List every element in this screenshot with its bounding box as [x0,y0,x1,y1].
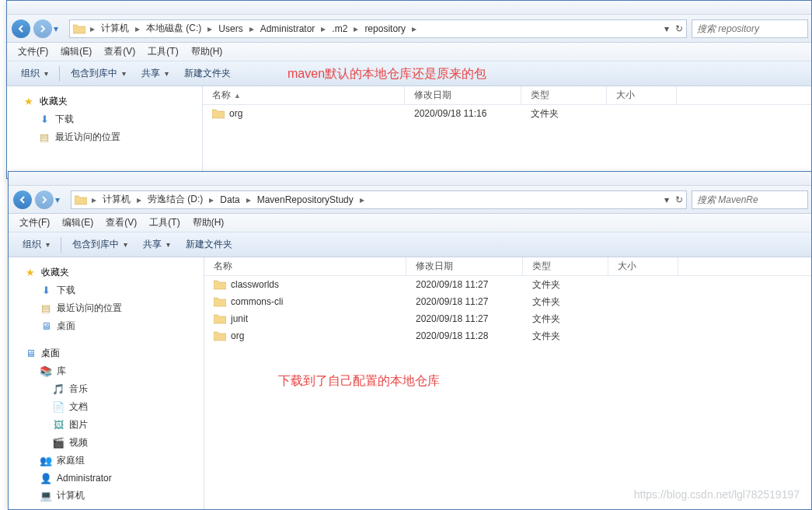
new-folder-button[interactable]: 新建文件夹 [178,235,240,254]
column-name[interactable]: 名称▲ [203,86,405,104]
address-bar[interactable]: ▸ 计算机 ▸ 本地磁盘 (C:) ▸ Users ▸ Administrato… [69,19,687,38]
column-size[interactable]: 大小 [607,86,677,104]
organize-button[interactable]: 组织▾ [15,235,58,254]
file-date: 2020/09/18 11:28 [406,329,523,343]
crumb-users[interactable]: Users [214,23,247,34]
search-box[interactable] [692,190,808,209]
sidebar-item-music[interactable]: 🎵 音乐 [9,380,204,398]
menu-help[interactable]: 帮助(H) [185,44,229,60]
chevron-right-icon: ▸ [410,23,418,34]
menu-edit[interactable]: 编辑(E) [54,44,98,60]
sidebar-item-user[interactable]: 👤 Administrator [9,470,204,487]
sidebar-item-recent[interactable]: ▤ 最近访问的位置 [9,299,204,317]
forward-button[interactable] [35,190,54,209]
file-row[interactable]: classworlds 2020/09/18 11:27 文件夹 [204,276,811,293]
file-size [608,334,678,337]
search-box[interactable] [692,19,808,38]
crumb-disk-d[interactable]: 劳逸结合 (D:) [143,193,207,206]
share-button[interactable]: 共享▾ [135,235,178,254]
column-name[interactable]: 名称 [204,257,406,275]
chevron-right-icon: ▸ [206,23,214,34]
dropdown-icon[interactable]: ▾ [664,23,669,34]
dropdown-icon[interactable]: ▾ [664,194,669,205]
crumb-computer[interactable]: 计算机 [96,22,134,35]
organize-button[interactable]: 组织▾ [13,64,56,83]
new-folder-button[interactable]: 新建文件夹 [176,64,239,83]
share-button[interactable]: 共享▾ [134,64,176,83]
sidebar-item-label: 视频 [69,436,88,449]
content: ★ 收藏夹 ⬇ 下载 ▤ 最近访问的位置 名称▲ 修改日期 类型 大小 [7,86,811,178]
video-icon: 🎬 [52,437,64,449]
file-list-header: 名称▲ 修改日期 类型 大小 [203,86,811,105]
sidebar-item-library[interactable]: 📚 库 [9,362,204,380]
sidebar-item-desktop[interactable]: 🖥 桌面 [9,317,204,335]
sidebar-item-downloads[interactable]: ⬇ 下载 [9,281,204,299]
folder-icon [75,194,87,206]
sidebar-item-label: 文档 [69,400,88,414]
history-dropdown[interactable]: ▾ [55,194,66,205]
search-input[interactable] [697,194,803,205]
column-type[interactable]: 类型 [523,257,608,275]
column-type[interactable]: 类型 [521,86,607,104]
sidebar-item-label: 下载 [57,284,75,297]
favorites-header[interactable]: ★ 收藏夹 [7,93,202,110]
folder-icon [214,296,226,307]
back-button[interactable] [12,19,30,38]
crumb-computer[interactable]: 计算机 [98,193,135,206]
column-date[interactable]: 修改日期 [405,86,521,104]
sidebar-item-videos[interactable]: 🎬 视频 [9,434,204,452]
sidebar-item-homegroup[interactable]: 👥 家庭组 [9,452,204,470]
crumb-admin[interactable]: Administrator [256,23,320,34]
star-icon: ★ [24,267,37,279]
file-row[interactable]: org 2020/09/18 11:16 文件夹 [203,105,811,122]
include-library-button[interactable]: 包含到库中▾ [63,64,134,83]
menu-tools[interactable]: 工具(T) [143,215,186,231]
refresh-icon[interactable]: ↻ [675,23,683,34]
column-date[interactable]: 修改日期 [406,257,523,275]
back-button[interactable] [13,190,32,209]
menu-file[interactable]: 文件(F) [13,215,56,231]
include-library-button[interactable]: 包含到库中▾ [64,235,135,254]
file-date: 2020/09/18 11:16 [405,107,521,121]
menu-view[interactable]: 查看(V) [98,44,141,60]
menu-tools[interactable]: 工具(T) [141,44,184,60]
refresh-icon[interactable]: ↻ [675,194,683,205]
file-row[interactable]: junit 2020/09/18 11:27 文件夹 [204,310,811,327]
search-input[interactable] [697,23,803,34]
toolbar: 组织▾ 包含到库中▾ 共享▾ 新建文件夹 [7,61,811,86]
column-size[interactable]: 大小 [608,257,678,275]
sidebar-item-documents[interactable]: 📄 文档 [9,398,204,416]
folder-icon [214,330,226,341]
menu-edit[interactable]: 编辑(E) [56,215,99,231]
menu-help[interactable]: 帮助(H) [186,215,231,231]
desktop-header[interactable]: 🖥 桌面 [9,344,204,362]
address-bar[interactable]: ▸ 计算机 ▸ 劳逸结合 (D:) ▸ Data ▸ MavenReposito… [71,190,687,209]
address-actions: ▾ ↻ [661,23,686,34]
menu-file[interactable]: 文件(F) [12,44,54,60]
file-row[interactable]: commons-cli 2020/09/18 11:27 文件夹 [204,293,811,310]
separator [61,237,61,253]
crumb-repository[interactable]: repository [360,23,410,34]
sidebar-item-recent[interactable]: ▤ 最近访问的位置 [7,128,202,146]
file-size [608,317,678,320]
file-type: 文件夹 [523,277,608,293]
history-dropdown[interactable]: ▾ [54,23,64,34]
sidebar: ★ 收藏夹 ⬇ 下载 ▤ 最近访问的位置 🖥 桌面 [9,257,204,509]
favorites-header[interactable]: ★ 收藏夹 [9,264,204,281]
sidebar-item-computer[interactable]: 💻 计算机 [9,487,204,505]
sidebar-item-label: 库 [57,365,66,378]
docs-icon: 📄 [52,401,64,414]
menu-view[interactable]: 查看(V) [99,215,143,231]
crumb-m2[interactable]: .m2 [327,23,352,34]
file-row[interactable]: org 2020/09/18 11:28 文件夹 [204,327,811,344]
crumb-disk-c[interactable]: 本地磁盘 (C:) [141,22,206,35]
sidebar-item-pictures[interactable]: 🖼 图片 [9,416,204,434]
file-list: 名称▲ 修改日期 类型 大小 org 2020/09/18 11:16 文件夹 [203,86,811,178]
sidebar-item-downloads[interactable]: ⬇ 下载 [7,110,202,128]
titlebar[interactable] [9,172,811,186]
file-type: 文件夹 [523,328,608,344]
titlebar[interactable] [7,1,811,15]
crumb-maven-repo[interactable]: MavenRepositoryStudy [253,194,358,205]
forward-button[interactable] [33,19,52,38]
crumb-data[interactable]: Data [215,194,244,205]
